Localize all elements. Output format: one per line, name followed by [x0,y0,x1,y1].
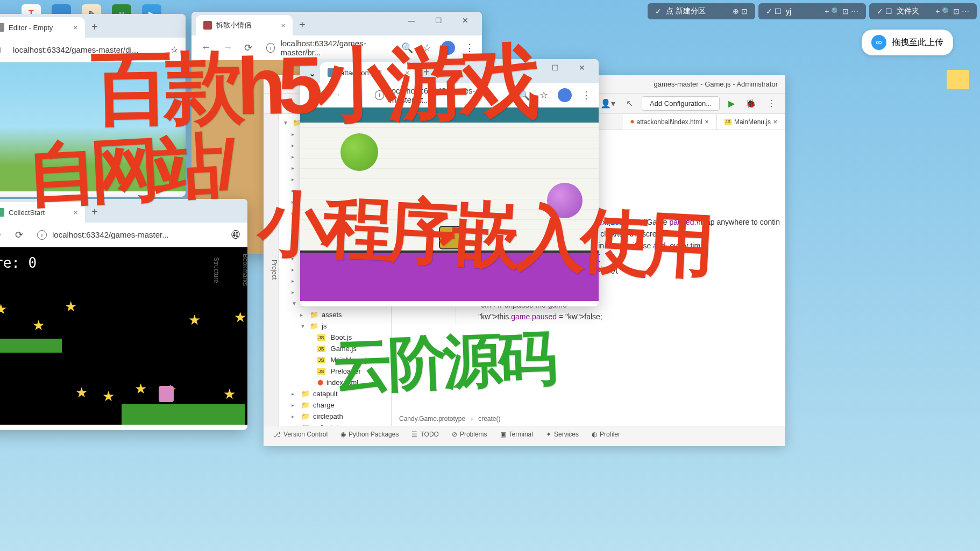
player-sprite [159,386,174,402]
address-bar[interactable]: localhost:63342/games-master/di... [9,45,163,54]
desktop-tabs: ✓ 点 新建分区⊕ ⊡ ✓ ☐ yj+ 🔍 ⊡ ⋯ ✓ ☐ 文件夹+ 🔍 ⊡ ⋯ [644,0,980,23]
new-tab-button[interactable]: + [417,62,436,83]
back-icon[interactable]: ↖ [624,96,635,111]
editor-tab[interactable]: JSMainMenu.js × [717,114,785,130]
ide-bottom-tabs: ⎇ Version Control ◉ Python Packages ☰ TO… [264,426,785,442]
chrome-window-collectstart: CollectStart× + → ⟳ ilocalhost:63342/gam… [0,199,247,430]
bottom-tab[interactable]: ⊘ Problems [452,431,487,438]
debug-icon[interactable]: 🐞 [743,96,758,111]
more-icon[interactable]: ⋮ [765,96,778,111]
bottom-tab[interactable]: ⎇ Version Control [273,431,328,438]
maximize-button[interactable]: ☐ [426,12,451,29]
player-character [439,226,461,249]
run-config-select[interactable]: Add Configuration... [642,96,720,111]
close-icon[interactable]: × [73,24,77,32]
new-tab-button[interactable]: + [293,15,312,35]
game-viewport[interactable] [300,108,599,301]
tree-file[interactable]: Boot.js [279,332,391,343]
bottom-tab[interactable]: ✦ Services [546,431,579,438]
new-tab-button[interactable]: + [85,202,104,223]
zoom-icon[interactable]: 🔍 [401,42,413,54]
score-label: re: 0 [0,247,247,278]
address-bar[interactable]: ilocalhost:63342/games-master/at... [371,86,510,104]
purple-ball [547,183,583,218]
back-button[interactable]: ← [199,40,213,55]
minimize-button[interactable]: — [399,12,424,29]
reload-button[interactable]: ⟳ [242,40,254,56]
browser-tab[interactable]: 拆散小情侣× [196,15,293,35]
game-viewport[interactable]: re: 0 ★ ★ ★ ★ ★ ★ ★ ★ ★ ★ [0,247,247,425]
desktop-tab[interactable]: ✓ ☐ yj+ 🔍 ⊡ ⋯ [758,3,866,19]
user-icon[interactable]: 👤▾ [598,96,617,111]
reload-button[interactable]: ⟳ [13,227,25,243]
cloud-upload-label: 拖拽至此上传 [892,37,943,48]
star-icon[interactable]: ☆ [539,89,548,101]
game-viewport[interactable] [0,62,186,191]
bottom-tab[interactable]: ▣ Terminal [500,431,533,438]
close-button[interactable]: ✕ [570,59,594,76]
menu-icon[interactable]: ⋮ [465,42,474,54]
close-button[interactable]: ✕ [453,12,478,29]
forward-button[interactable]: → [0,227,5,242]
chrome-window-attackonball: ⌄ attack on ball× + — ☐ ✕ ← → ⟳ ilocalho… [300,59,599,306]
close-icon[interactable]: × [405,69,409,77]
address-bar[interactable]: ilocalhost:63342/games-master... [33,230,224,240]
tree-file[interactable]: MainMenu.js [279,354,391,366]
profile-avatar[interactable] [441,41,455,55]
back-button[interactable]: ← [308,87,322,103]
green-ball [340,133,378,171]
star-icon[interactable]: ☆ [423,42,431,54]
browser-tab[interactable]: Editor - Empty× [0,17,85,38]
run-icon[interactable]: ▶ [726,96,737,111]
tree-file[interactable]: Game.js [279,343,391,354]
chrome-window-editor: Editor - Empty× + i localhost:63342/game… [0,14,186,197]
forward-button[interactable]: → [221,40,235,55]
bottom-tab[interactable]: ◐ Profiler [592,431,620,438]
forward-button[interactable]: → [329,87,343,103]
desktop-folder-icon[interactable] [947,70,969,89]
star-icon[interactable]: ☆ [171,45,178,55]
tree-file[interactable]: Preloader [279,366,391,377]
zoom-icon[interactable]: 🔍 [518,89,530,101]
breadcrumb[interactable]: Candy.Game.prototype › create() [392,411,785,426]
profile-avatar[interactable] [558,88,572,102]
editor-tab[interactable]: ⬢attackonball\index.html × [623,114,717,130]
browser-tab[interactable]: attack on ball× [320,62,417,83]
reload-button[interactable]: ⟳ [351,87,363,103]
close-icon[interactable]: × [73,209,77,217]
close-icon[interactable]: × [281,22,285,30]
tab-search-icon[interactable]: ⌄ [304,64,320,83]
desktop-tab[interactable]: ✓ ☐ 文件夹+ 🔍 ⊡ ⋯ [869,3,977,19]
site-info-icon[interactable]: i [0,45,1,55]
browser-tab[interactable]: CollectStart× [0,202,85,223]
bottom-tab[interactable]: ☰ TODO [411,431,438,438]
menu-icon[interactable]: ⋮ [581,89,591,101]
translate-icon[interactable]: ㊵ [231,230,240,240]
maximize-button[interactable]: ☐ [543,59,567,76]
left-rail[interactable]: Project Bookmarks Structure [264,114,279,426]
cloud-upload-badge[interactable]: ∞ 拖拽至此上传 [862,30,953,55]
bottom-tab[interactable]: ◉ Python Packages [340,431,399,438]
address-bar[interactable]: ilocalhost:63342/games-master/br... [262,39,394,57]
cloud-icon: ∞ [871,35,886,50]
tree-file[interactable]: ⬢ index.html [279,377,391,388]
minimize-button[interactable]: — [516,59,541,76]
new-tab-button[interactable]: + [85,17,104,38]
desktop-tab[interactable]: ✓ 点 新建分区⊕ ⊡ [648,3,755,19]
